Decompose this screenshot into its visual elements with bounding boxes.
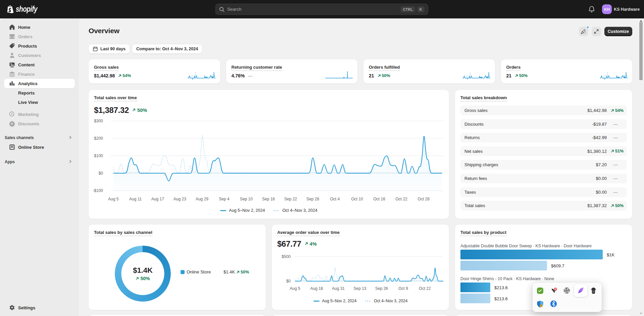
svg-text:Oct 16: Oct 16 xyxy=(374,197,386,201)
svg-text:$300: $300 xyxy=(94,119,103,123)
svg-text:Sep 16: Sep 16 xyxy=(262,197,275,201)
svg-text:Sep 13: Sep 13 xyxy=(353,286,366,291)
svg-text:Aug 31: Aug 31 xyxy=(332,286,345,291)
svg-text:$0: $0 xyxy=(99,171,103,176)
svg-text:$200: $200 xyxy=(94,136,103,141)
svg-text:Aug 29: Aug 29 xyxy=(196,197,208,201)
svg-text:Aug 5: Aug 5 xyxy=(108,197,119,201)
svg-text:Oct 22: Oct 22 xyxy=(419,286,431,291)
svg-text:Sep 22: Sep 22 xyxy=(284,197,297,201)
svg-text:Sep 28: Sep 28 xyxy=(306,197,319,201)
svg-text:$100: $100 xyxy=(94,153,103,158)
svg-text:Aug 18: Aug 18 xyxy=(310,286,323,291)
svg-text:-$100: -$100 xyxy=(93,188,103,193)
svg-text:Aug 17: Aug 17 xyxy=(151,197,164,201)
svg-text:$500: $500 xyxy=(282,254,291,259)
svg-text:Oct 4: Oct 4 xyxy=(330,197,340,201)
svg-text:Aug 23: Aug 23 xyxy=(174,197,186,201)
svg-text:Sep 26: Sep 26 xyxy=(375,286,388,291)
svg-text:Oct 22: Oct 22 xyxy=(396,197,408,201)
svg-text:$0: $0 xyxy=(286,279,291,283)
svg-text:Oct 10: Oct 10 xyxy=(351,197,363,201)
svg-text:Aug 11: Aug 11 xyxy=(129,197,142,201)
svg-text:Oct 28: Oct 28 xyxy=(418,197,430,201)
svg-text:Sep 10: Sep 10 xyxy=(240,197,253,201)
svg-text:Oct 9: Oct 9 xyxy=(398,286,408,291)
svg-text:Sep 4: Sep 4 xyxy=(219,197,230,201)
svg-text:Aug 5: Aug 5 xyxy=(290,286,300,291)
